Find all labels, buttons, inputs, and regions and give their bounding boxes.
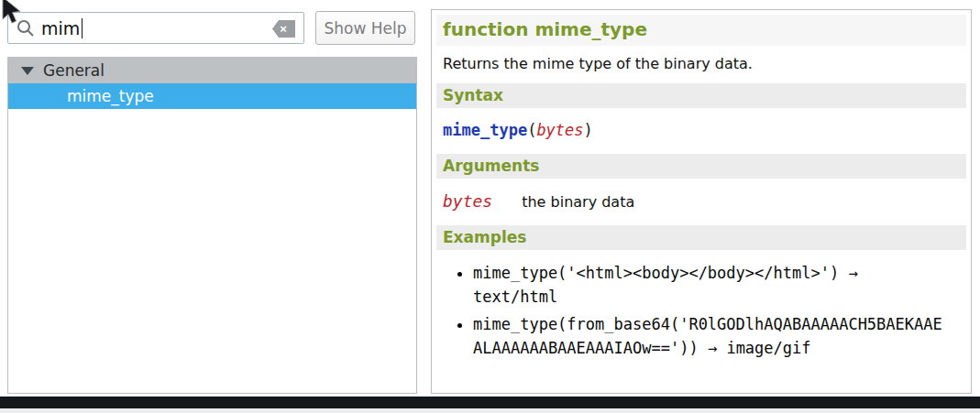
section-header-examples: Examples	[436, 225, 966, 250]
section-header-syntax: Syntax	[436, 83, 966, 108]
syntax-code: mime_type(bytes)	[436, 108, 966, 154]
chevron-down-icon[interactable]	[21, 67, 34, 75]
section-header-arguments: Arguments	[436, 154, 966, 179]
help-title: function mime_type	[436, 15, 966, 46]
syntax-open-paren: (	[527, 121, 536, 139]
example-item: mime_type(from_base64('R0lGODlhAQABAAAAA…	[473, 312, 946, 360]
example-arrow: →	[848, 264, 857, 282]
bottom-light-strip	[0, 408, 980, 413]
function-tree-panel: General mime_type	[7, 57, 417, 394]
argument-row: bytes the binary data	[436, 179, 966, 225]
bottom-dark-bar	[0, 397, 980, 408]
example-item: mime_type('<html><body></body></html>') …	[473, 261, 946, 309]
syntax-arg: bytes	[536, 121, 583, 139]
search-box: ×	[7, 12, 304, 44]
help-description: Returns the mime type of the binary data…	[436, 46, 966, 83]
syntax-function-name: mime_type	[443, 121, 527, 139]
tree-item-label: mime_type	[67, 87, 154, 105]
argument-name: bytes	[443, 191, 492, 211]
example-code: mime_type('<html><body></body></html>')	[473, 264, 839, 282]
tree-group-general[interactable]: General	[8, 58, 416, 83]
example-result: text/html	[473, 288, 557, 306]
tree-group-label: General	[43, 61, 105, 80]
show-help-button[interactable]: Show Help	[315, 11, 415, 45]
help-panel: function mime_type Returns the mime type…	[431, 9, 972, 394]
syntax-close-paren: )	[584, 121, 593, 139]
search-input[interactable]	[41, 15, 261, 41]
clear-search-button[interactable]: ×	[272, 20, 295, 38]
example-result: image/gif	[726, 339, 810, 357]
mouse-cursor-icon	[0, 0, 24, 25]
example-arrow: →	[708, 339, 717, 357]
tree-item-mime-type[interactable]: mime_type	[8, 83, 416, 109]
argument-description: the binary data	[522, 193, 634, 211]
examples-list: mime_type('<html><body></body></html>') …	[436, 261, 966, 360]
text-caret	[82, 18, 83, 38]
